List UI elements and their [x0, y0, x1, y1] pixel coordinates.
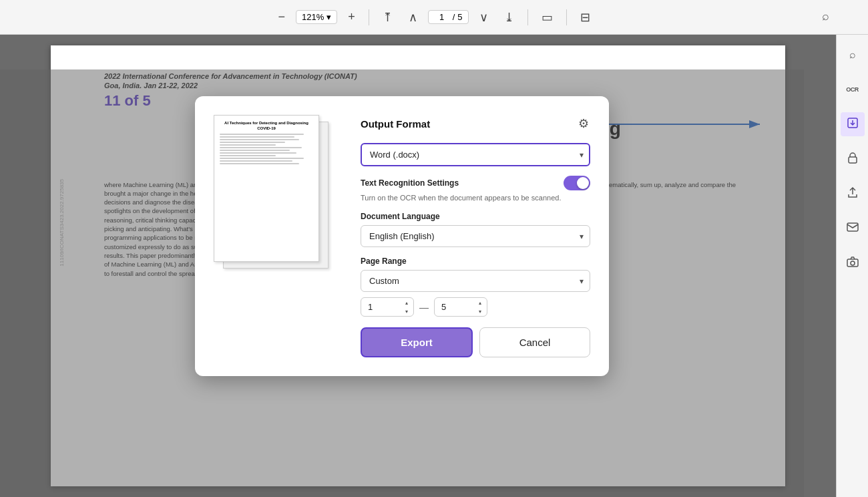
pdf-viewer: − 121% ▾ + ⤒ ∧ / 5 ∨ ⤓ ▭ [0, 0, 868, 497]
preview-page-front: AI Techniques for Detecting and Diagnosi… [214, 115, 319, 262]
page-total: 5 [457, 12, 462, 22]
divider-1 [369, 9, 369, 25]
svg-rect-2 [849, 157, 857, 163]
sidebar-export-button[interactable] [841, 112, 865, 136]
dialog-actions: Export Cancel [361, 327, 590, 357]
settings-gear-button[interactable]: ⚙ [577, 115, 590, 132]
preview-line-2 [220, 136, 294, 138]
sidebar-search-icon: ⌕ [849, 49, 856, 61]
divider-3 [566, 9, 567, 25]
page-from-up-button[interactable]: ▴ [401, 299, 413, 307]
page-from-wrapper: ▴ ▾ [361, 297, 414, 317]
page-to-down-button[interactable]: ▾ [474, 307, 486, 316]
nav-last-icon: ⤓ [504, 10, 514, 25]
page-range-inputs: ▴ ▾ — ▴ ▾ [361, 297, 590, 317]
nav-next-button[interactable]: ∨ [474, 7, 493, 27]
preview-line-5 [220, 144, 276, 146]
ocr-row: Text Recognition Settings Turn on the OC… [361, 176, 590, 202]
zoom-out-icon: − [278, 10, 285, 24]
svg-point-5 [851, 261, 855, 265]
page-current-input[interactable] [434, 12, 450, 22]
nav-first-icon: ⤒ [383, 10, 393, 25]
dialog-form: Output Format ⚙ Word (.docx) PDF Excel (… [361, 115, 590, 357]
page-to-spinner: ▴ ▾ [474, 299, 486, 316]
nav-next-icon: ∨ [479, 10, 488, 25]
sidebar-search-button[interactable]: ⌕ [841, 43, 865, 67]
cancel-button[interactable]: Cancel [479, 327, 590, 357]
page-range-select[interactable]: All Pages Custom Current Page [361, 270, 590, 292]
language-select[interactable]: English (English) French (Français) Germ… [361, 225, 590, 247]
presentation-icon: ▭ [541, 10, 553, 25]
zoom-value: 121% [302, 12, 324, 22]
divider-2 [527, 9, 528, 25]
preview-line-1 [220, 134, 304, 135]
ocr-title: Text Recognition Settings [361, 178, 459, 188]
sidebar-lock-button[interactable] [841, 147, 865, 171]
page-to-up-button[interactable]: ▴ [474, 299, 486, 307]
page-range-select-wrapper: All Pages Custom Current Page ▾ [361, 270, 590, 292]
sidebar-mail-icon [847, 222, 859, 234]
search-icon: ⌕ [822, 9, 829, 23]
language-select-wrapper: English (English) French (Français) Germ… [361, 225, 590, 247]
sidebar-share-button[interactable] [841, 182, 865, 206]
pdf-content-area: 11109/ICONATS3423.2022.9725835 2022 Inte… [0, 35, 836, 497]
right-sidebar: ⌕ OCR [836, 35, 868, 497]
output-format-group: Word (.docx) PDF Excel (.xlsx) PowerPoin… [361, 143, 590, 166]
sidebar-ocr-button[interactable]: OCR [841, 77, 865, 102]
nav-first-button[interactable]: ⤒ [377, 7, 398, 27]
ocr-toggle[interactable] [564, 176, 590, 190]
export-dialog: AI Techniques for Detecting and Diagnosi… [195, 96, 609, 376]
nav-prev-icon: ∧ [409, 10, 417, 25]
sidebar-mail-button[interactable] [841, 216, 865, 240]
ocr-header: Text Recognition Settings [361, 176, 590, 190]
zoom-in-icon: + [348, 10, 355, 24]
output-format-select-wrapper: Word (.docx) PDF Excel (.xlsx) PowerPoin… [361, 143, 590, 166]
page-from-down-button[interactable]: ▾ [401, 307, 413, 316]
toolbar: − 121% ▾ + ⤒ ∧ / 5 ∨ ⤓ ▭ [0, 0, 868, 35]
reader-button[interactable]: ⊟ [575, 7, 596, 27]
range-dash: — [419, 302, 429, 313]
preview-line-8 [220, 152, 296, 154]
zoom-level-select[interactable]: 121% ▾ [296, 10, 337, 24]
modal-overlay: AI Techniques for Detecting and Diagnosi… [0, 69, 804, 497]
ocr-description: Turn on the OCR when the document appear… [361, 193, 590, 202]
nav-prev-button[interactable]: ∧ [403, 7, 423, 27]
preview-line-11 [220, 160, 292, 162]
zoom-out-button[interactable]: − [272, 7, 290, 27]
dialog-preview: AI Techniques for Detecting and Diagnosi… [214, 115, 347, 357]
preview-line-6 [220, 147, 302, 148]
preview-line-9 [220, 155, 276, 156]
sidebar-camera-icon [847, 257, 859, 270]
page-to-wrapper: ▴ ▾ [434, 297, 487, 317]
preview-line-4 [220, 142, 285, 143]
dialog-title: Output Format [361, 118, 430, 130]
preview-line-12 [220, 163, 299, 164]
output-format-select[interactable]: Word (.docx) PDF Excel (.xlsx) PowerPoin… [361, 143, 590, 166]
svg-rect-3 [847, 223, 858, 231]
zoom-in-button[interactable]: + [343, 7, 361, 27]
dialog-header: Output Format ⚙ [361, 115, 590, 132]
preview-pages: AI Techniques for Detecting and Diagnosi… [214, 115, 334, 275]
page-range-group: Page Range All Pages Custom Current Page… [361, 257, 590, 317]
search-button[interactable]: ⌕ [822, 9, 829, 23]
export-button[interactable]: Export [361, 327, 473, 357]
sidebar-lock-icon [847, 152, 858, 166]
toggle-knob [577, 177, 589, 189]
reader-icon: ⊟ [580, 10, 590, 25]
sidebar-camera-button[interactable] [841, 251, 865, 275]
page-separator: / [453, 12, 455, 22]
page-input-group: / 5 [428, 10, 469, 24]
document-language-group: Document Language English (English) Fren… [361, 212, 590, 247]
nav-last-button[interactable]: ⤓ [499, 7, 519, 27]
preview-line-7 [220, 150, 290, 151]
zoom-chevron-icon: ▾ [327, 12, 331, 22]
sidebar-ocr-icon: OCR [846, 86, 859, 93]
sidebar-share-icon [847, 186, 858, 201]
gear-icon: ⚙ [578, 117, 589, 130]
preview-doc-title: AI Techniques for Detecting and Diagnosi… [220, 121, 313, 132]
preview-line-3 [220, 139, 299, 140]
sidebar-export-icon [847, 117, 859, 132]
page-range-label: Page Range [361, 257, 590, 266]
presentation-button[interactable]: ▭ [536, 7, 558, 27]
preview-line-10 [220, 158, 304, 159]
